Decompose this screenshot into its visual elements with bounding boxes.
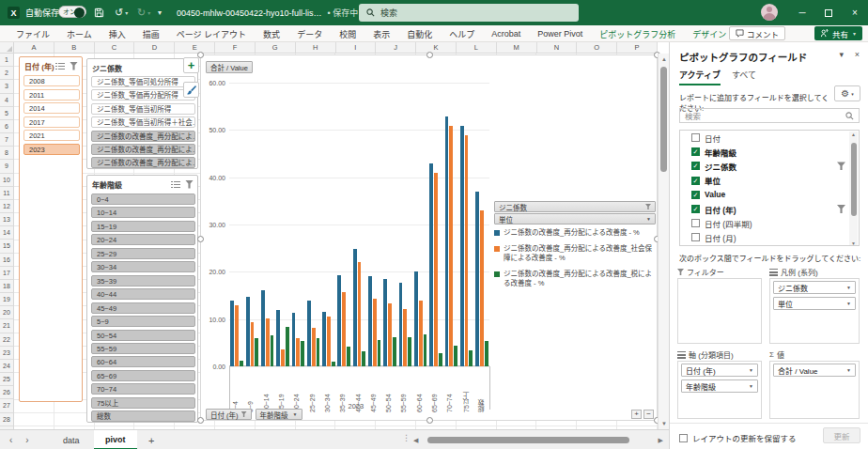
- legend-field-button-ジニ係数[interactable]: ジニ係数: [494, 201, 656, 212]
- field-item-日付[interactable]: 日付: [680, 131, 859, 145]
- row-header-4[interactable]: 4: [0, 94, 13, 107]
- bar[interactable]: [469, 350, 473, 366]
- bar[interactable]: [383, 279, 387, 366]
- axis-field-button-日付 (年)[interactable]: 日付 (年): [206, 409, 252, 420]
- bar[interactable]: [475, 192, 479, 366]
- field-item-Value[interactable]: ✓Value: [680, 188, 859, 202]
- row-header-6[interactable]: 6: [0, 120, 13, 133]
- value-field-button[interactable]: 合計 / Value: [206, 61, 253, 73]
- bar[interactable]: [460, 126, 464, 366]
- row-header-24[interactable]: 24: [0, 360, 13, 373]
- bar[interactable]: [235, 305, 239, 366]
- multi-select-icon[interactable]: [55, 62, 65, 70]
- row-header-2[interactable]: 2: [0, 67, 13, 80]
- scrollbar-split-handle[interactable]: ⋮: [402, 433, 411, 442]
- chart-styles-button[interactable]: [183, 82, 199, 98]
- column-header-N[interactable]: N: [537, 42, 578, 53]
- bar[interactable]: [429, 163, 433, 366]
- select-all-cell[interactable]: [0, 42, 14, 54]
- pane-tab-active[interactable]: アクティブ: [679, 69, 721, 85]
- area-pill-年齢階級[interactable]: 年齢階級▼: [681, 379, 758, 393]
- field-item-ジニ係数[interactable]: ✓ジニ係数: [680, 159, 859, 173]
- column-header-M[interactable]: M: [497, 42, 537, 53]
- bar[interactable]: [368, 276, 372, 366]
- slicer-item[interactable]: 25~29: [91, 248, 195, 259]
- comments-button[interactable]: コメント: [729, 26, 785, 40]
- ribbon-tab-校閲[interactable]: 校閲: [331, 28, 364, 40]
- row-header-25[interactable]: 25: [0, 373, 13, 386]
- bar[interactable]: [378, 340, 381, 366]
- row-header-8[interactable]: 8: [0, 147, 13, 160]
- bar[interactable]: [337, 275, 341, 366]
- ribbon-tab-描画[interactable]: 描画: [134, 28, 168, 40]
- slicer-item[interactable]: ジニ係数_等価当初所得: [91, 103, 195, 115]
- slicer-item[interactable]: ジニ係数の改善度_再分配によ…: [91, 157, 195, 168]
- ribbon-tab-Acrobat[interactable]: Acrobat: [483, 29, 529, 39]
- bar[interactable]: [388, 303, 392, 366]
- ribbon-tab-挿入[interactable]: 挿入: [101, 28, 134, 40]
- bar[interactable]: [286, 327, 289, 366]
- minimize-icon[interactable]: ─: [789, 0, 815, 25]
- column-header-K[interactable]: K: [416, 42, 457, 53]
- row-header-12[interactable]: 12: [0, 200, 13, 213]
- pivot-chart[interactable]: 合計 / Value 60.0050.0040.0030.0020.0010.0…: [200, 54, 658, 421]
- undo-icon[interactable]: ↺▾: [115, 0, 128, 25]
- bar[interactable]: [414, 271, 418, 366]
- bar[interactable]: [399, 283, 403, 366]
- column-header-F[interactable]: F: [215, 42, 256, 53]
- bar[interactable]: [347, 347, 350, 366]
- field-checkbox[interactable]: [691, 233, 700, 241]
- slicer-item[interactable]: 20~24: [91, 234, 195, 245]
- field-item-単位[interactable]: ✓単位: [680, 174, 859, 188]
- field-checkbox[interactable]: ✓: [691, 177, 700, 185]
- row-header-15[interactable]: 15: [0, 240, 13, 253]
- axis-area[interactable]: 日付 (年)▼年齢階級▼: [677, 361, 762, 419]
- bar[interactable]: [322, 312, 326, 366]
- column-header-H[interactable]: H: [296, 42, 336, 53]
- horizontal-scrollbar[interactable]: ◀ ▶: [413, 434, 663, 446]
- filter-icon[interactable]: [185, 180, 194, 189]
- row-header-11[interactable]: 11: [0, 187, 13, 200]
- save-icon[interactable]: [94, 0, 104, 25]
- bar[interactable]: [485, 341, 488, 366]
- scroll-right-icon[interactable]: ▶: [659, 434, 663, 446]
- slicer-item[interactable]: 50~54: [91, 330, 195, 341]
- expand-field-button[interactable]: +: [631, 410, 642, 419]
- slicer-item[interactable]: 35~39: [91, 275, 195, 286]
- row-header-7[interactable]: 7: [0, 133, 13, 147]
- collapse-field-button[interactable]: −: [643, 410, 654, 419]
- column-header-J[interactable]: J: [376, 42, 416, 53]
- bar[interactable]: [301, 341, 304, 366]
- column-header-D[interactable]: D: [134, 42, 175, 53]
- bar[interactable]: [449, 126, 453, 366]
- redo-icon[interactable]: ↻▾: [137, 0, 150, 25]
- field-checkbox[interactable]: [691, 133, 700, 142]
- field-list-scrollbar-thumb[interactable]: [851, 143, 857, 216]
- slicer-item[interactable]: 70~74: [91, 383, 195, 395]
- row-header-5[interactable]: 5: [0, 107, 13, 120]
- scroll-left-icon[interactable]: ◀: [413, 434, 418, 446]
- ribbon-tab-データ[interactable]: データ: [288, 28, 331, 40]
- bar[interactable]: [266, 318, 270, 366]
- scroll-down-icon[interactable]: ▼: [849, 240, 858, 246]
- share-button[interactable]: 共有 ▾: [814, 26, 862, 40]
- row-header-23[interactable]: 23: [0, 347, 13, 360]
- row-header-14[interactable]: 14: [0, 226, 13, 240]
- pane-options-icon[interactable]: ▾: [839, 50, 844, 59]
- row-header-26[interactable]: 26: [0, 386, 13, 399]
- ribbon-tab-数式[interactable]: 数式: [255, 28, 288, 40]
- slicer-item[interactable]: 2017: [23, 116, 80, 128]
- defer-checkbox[interactable]: [679, 434, 688, 442]
- slicer-item[interactable]: ジニ係数_等価当初所得＋社会…: [91, 116, 195, 128]
- axis-field-button-年齢階級[interactable]: 年齢階級▼: [256, 409, 302, 420]
- bar[interactable]: [353, 249, 357, 366]
- row-header-17[interactable]: 17: [0, 267, 13, 280]
- column-header-G[interactable]: G: [256, 42, 296, 53]
- area-pill-日付 (年)[interactable]: 日付 (年)▼: [681, 364, 758, 377]
- bar[interactable]: [276, 310, 280, 366]
- field-item-日付 (年)[interactable]: ✓日付 (年): [680, 202, 859, 216]
- legend-field-button-単位[interactable]: 単位▼: [494, 213, 656, 224]
- slicer-item[interactable]: 2014: [23, 102, 80, 114]
- area-pill-合計 / Value[interactable]: 合計 / Value▼: [773, 364, 856, 377]
- chart-handle[interactable]: [426, 52, 433, 58]
